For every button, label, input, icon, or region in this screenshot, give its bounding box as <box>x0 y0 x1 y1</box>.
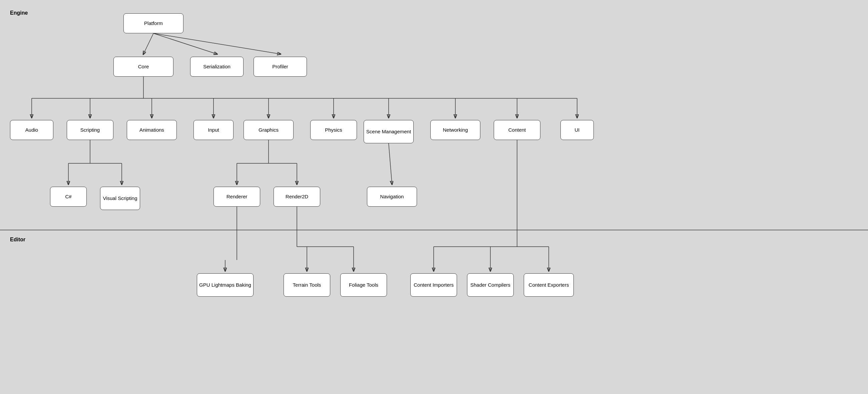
node-input: Input <box>193 120 234 140</box>
node-animations: Animations <box>127 120 177 140</box>
node-scene-management: Scene Management <box>364 120 414 143</box>
editor-label: Editor <box>10 237 25 243</box>
node-scripting: Scripting <box>67 120 114 140</box>
node-shader-compilers: Shader Compilers <box>467 273 514 297</box>
node-foliage-tools: Foliage Tools <box>340 273 387 297</box>
node-terrain-tools: Terrain Tools <box>284 273 330 297</box>
node-csharp: C# <box>50 187 87 207</box>
node-platform: Platform <box>123 13 184 33</box>
node-ui: UI <box>560 120 594 140</box>
node-profiler: Profiler <box>253 57 307 77</box>
node-renderer: Renderer <box>214 187 260 207</box>
node-content-exporters: Content Exporters <box>524 273 574 297</box>
svg-line-0 <box>144 33 153 54</box>
svg-line-23 <box>389 143 392 184</box>
node-render2d: Render2D <box>274 187 320 207</box>
node-navigation: Navigation <box>367 187 417 207</box>
node-physics: Physics <box>310 120 357 140</box>
node-gpu-lightmaps: GPU Lightmaps Baking <box>197 273 253 297</box>
node-networking: Networking <box>430 120 480 140</box>
engine-label: Engine <box>10 10 28 16</box>
node-visual-scripting: Visual Scripting <box>100 187 140 210</box>
node-serialization: Serialization <box>190 57 244 77</box>
svg-line-1 <box>153 33 217 54</box>
node-content: Content <box>494 120 540 140</box>
node-content-importers: Content Importers <box>410 273 457 297</box>
node-audio: Audio <box>10 120 53 140</box>
node-graphics: Graphics <box>244 120 293 140</box>
node-core: Core <box>114 57 174 77</box>
svg-line-2 <box>153 33 280 54</box>
